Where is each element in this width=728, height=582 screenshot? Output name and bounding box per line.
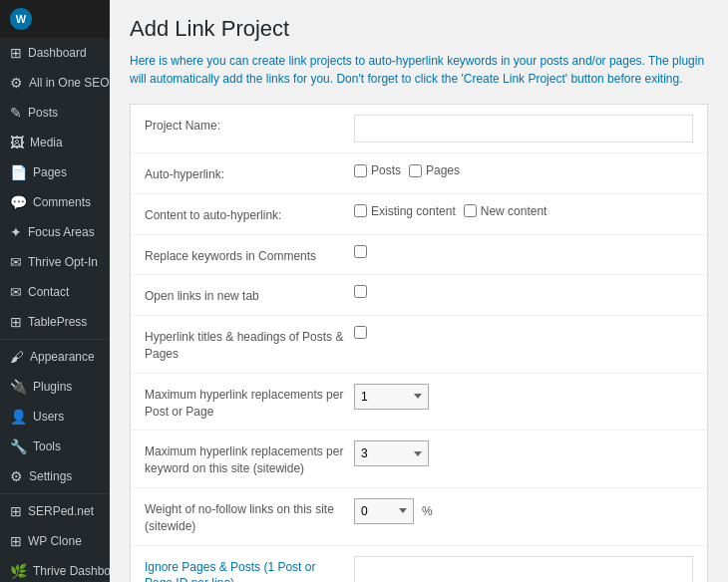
sidebar-item-label: Dashboard xyxy=(28,46,87,60)
sidebar-item-pages[interactable]: 📄 Pages xyxy=(0,157,110,187)
sidebar-item-label: Focus Areas xyxy=(28,225,95,239)
sidebar-item-thrive-dashboard[interactable]: 🌿 Thrive Dashboard xyxy=(0,556,110,582)
tablepress-icon: ⊞ xyxy=(10,314,22,330)
sidebar-item-thrive-opt-in[interactable]: ✉ Thrive Opt-In xyxy=(0,247,110,277)
posts-checkbox-label[interactable]: Posts xyxy=(354,163,401,177)
max-per-page-row: Maximum hyperlink replacements per Post … xyxy=(131,374,707,432)
main-content: Add Link Project Here is where you can c… xyxy=(110,0,728,582)
new-content-text: New content xyxy=(481,204,547,218)
nofollow-select[interactable]: 0 10 20 30 40 50 xyxy=(354,498,414,524)
opt-in-icon: ✉ xyxy=(10,254,22,270)
replace-keywords-control xyxy=(354,245,693,258)
open-links-checkbox[interactable] xyxy=(354,285,367,298)
pages-label: Pages xyxy=(426,163,460,177)
sidebar-item-all-in-one-seo[interactable]: ⚙ All in One SEO xyxy=(0,68,110,98)
content-row: Content to auto-hyperlink: Existing cont… xyxy=(131,194,707,235)
form-container: Project Name: Auto-hyperlink: Posts Page… xyxy=(130,104,708,582)
replace-keywords-checkbox[interactable] xyxy=(354,245,367,258)
nofollow-control: 0 10 20 30 40 50 % xyxy=(354,498,693,524)
contact-icon: ✉ xyxy=(10,284,22,300)
sidebar-item-label: Users xyxy=(33,410,64,424)
new-content-label[interactable]: New content xyxy=(464,204,547,218)
pages-icon: 📄 xyxy=(10,164,27,180)
sidebar-item-label: Thrive Dashboard xyxy=(33,564,110,578)
sidebar-item-appearance[interactable]: 🖌 Appearance xyxy=(0,342,110,372)
sidebar-item-tools[interactable]: 🔧 Tools xyxy=(0,432,110,461)
sidebar-item-label: Comments xyxy=(33,195,91,209)
sidebar-item-media[interactable]: 🖼 Media xyxy=(0,128,110,157)
project-name-label: Project Name: xyxy=(145,115,344,135)
sidebar-item-label: Pages xyxy=(33,165,67,179)
ignore-pages-label-text: Ignore Pages & Posts (1 Post or Page ID … xyxy=(145,560,315,582)
tools-icon: 🔧 xyxy=(10,438,27,454)
sidebar-item-settings[interactable]: ⚙ Settings xyxy=(0,461,110,491)
sidebar-item-comments[interactable]: 💬 Comments xyxy=(0,187,110,217)
max-sitewide-label: Maximum hyperlink replacements per keywo… xyxy=(145,440,344,477)
auto-hyperlink-row: Auto-hyperlink: Posts Pages xyxy=(131,153,707,194)
sidebar-item-label: Plugins xyxy=(33,380,72,394)
hyperlink-titles-control xyxy=(354,326,693,339)
hyperlink-titles-row: Hyperlink titles & headings of Posts & P… xyxy=(131,316,707,374)
sidebar-item-wp-clone[interactable]: ⊞ WP Clone xyxy=(0,526,110,556)
page-title: Add Link Project xyxy=(130,16,708,42)
comments-icon: 💬 xyxy=(10,194,27,210)
posts-icon: ✎ xyxy=(10,105,22,121)
replace-keywords-label: Replace keywords in Comments xyxy=(145,245,344,265)
new-content-checkbox[interactable] xyxy=(464,204,477,217)
max-sitewide-select[interactable]: 1 3 4 5 10 unlimited xyxy=(354,440,429,466)
info-text: Here is where you can create link projec… xyxy=(130,52,708,88)
settings-icon: ⚙ xyxy=(10,468,23,484)
existing-content-checkbox[interactable] xyxy=(354,204,367,217)
sidebar-item-tablepress[interactable]: ⊞ TablePress xyxy=(0,307,110,337)
wordpress-icon: W xyxy=(10,8,32,30)
sidebar-item-label: Appearance xyxy=(30,350,95,364)
content-control: Existing content New content xyxy=(354,204,693,218)
sidebar-item-focus-areas[interactable]: ✦ Focus Areas xyxy=(0,217,110,247)
sidebar-item-label: Media xyxy=(30,136,63,149)
sidebar-item-label: WP Clone xyxy=(28,534,82,548)
max-sitewide-row: Maximum hyperlink replacements per keywo… xyxy=(131,431,707,488)
ignore-pages-control xyxy=(354,556,693,582)
open-links-label: Open links in new tab xyxy=(145,285,344,305)
ignore-pages-label: Ignore Pages & Posts (1 Post or Page ID … xyxy=(145,556,344,582)
seo-icon: ⚙ xyxy=(10,75,23,91)
existing-content-text: Existing content xyxy=(371,204,456,218)
sidebar-item-users[interactable]: 👤 Users xyxy=(0,402,110,432)
sidebar-item-label: SERPed.net xyxy=(28,504,94,518)
sidebar-item-label: Tools xyxy=(33,439,61,453)
ignore-pages-row: Ignore Pages & Posts (1 Post or Page ID … xyxy=(131,546,707,582)
sidebar-item-label: Settings xyxy=(29,469,72,483)
auto-hyperlink-control: Posts Pages xyxy=(354,163,693,177)
posts-checkbox[interactable] xyxy=(354,164,367,177)
sidebar-divider-2 xyxy=(0,493,110,494)
nofollow-row: Weight of no-follow links on this site (… xyxy=(131,488,707,546)
serped-icon: ⊞ xyxy=(10,503,22,519)
hyperlink-titles-checkbox[interactable] xyxy=(354,326,367,339)
nofollow-label: Weight of no-follow links on this site (… xyxy=(145,498,344,535)
sidebar-item-posts[interactable]: ✎ Posts xyxy=(0,98,110,128)
sidebar-item-serped[interactable]: ⊞ SERPed.net xyxy=(0,496,110,526)
sidebar-item-dashboard[interactable]: ⊞ Dashboard xyxy=(0,38,110,68)
project-name-input[interactable] xyxy=(354,115,693,143)
existing-content-label[interactable]: Existing content xyxy=(354,204,456,218)
sidebar-item-contact[interactable]: ✉ Contact xyxy=(0,277,110,307)
percent-label: % xyxy=(422,504,433,518)
sidebar-item-label: TablePress xyxy=(28,315,87,329)
media-icon: 🖼 xyxy=(10,135,24,150)
ignore-pages-textarea[interactable] xyxy=(354,556,693,582)
dashboard-icon: ⊞ xyxy=(10,45,22,61)
hyperlink-titles-label: Hyperlink titles & headings of Posts & P… xyxy=(145,326,344,363)
max-per-page-select[interactable]: 1 2 3 4 5 10 unlimited xyxy=(354,384,429,410)
max-per-page-label: Maximum hyperlink replacements per Post … xyxy=(145,384,344,421)
posts-label: Posts xyxy=(371,163,401,177)
auto-hyperlink-label: Auto-hyperlink: xyxy=(145,163,344,183)
sidebar-item-label: Contact xyxy=(28,285,69,299)
content-label: Content to auto-hyperlink: xyxy=(145,204,344,224)
appearance-icon: 🖌 xyxy=(10,349,24,365)
sidebar-item-label: Posts xyxy=(28,106,58,120)
sidebar-item-plugins[interactable]: 🔌 Plugins xyxy=(0,372,110,402)
pages-checkbox[interactable] xyxy=(409,164,422,177)
sidebar-item-label: All in One SEO xyxy=(29,76,110,90)
pages-checkbox-label[interactable]: Pages xyxy=(409,163,460,177)
plugins-icon: 🔌 xyxy=(10,379,27,395)
